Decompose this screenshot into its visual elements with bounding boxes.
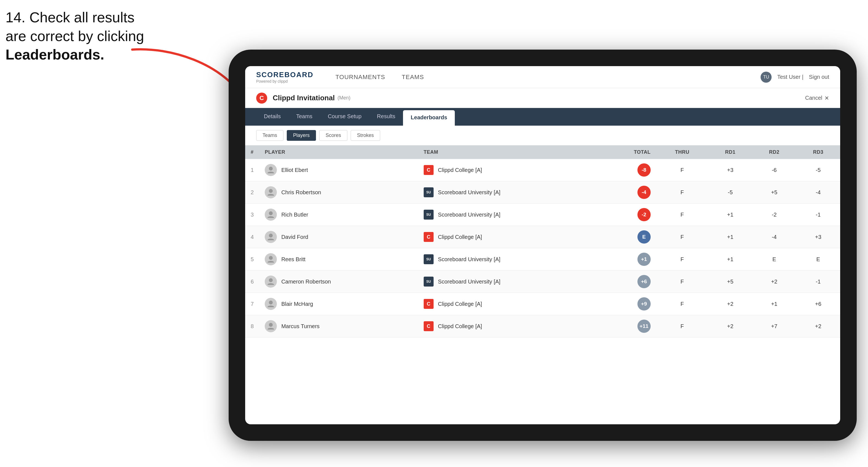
svg-point-7 bbox=[269, 301, 273, 305]
cell-rd2: E bbox=[752, 248, 796, 271]
col-team: TEAM bbox=[418, 146, 599, 159]
cell-rd1: +5 bbox=[708, 271, 752, 293]
cell-pos: 5 bbox=[245, 248, 259, 271]
cell-rd1: +1 bbox=[708, 204, 752, 226]
team-logo: C bbox=[424, 299, 434, 309]
cell-rd3: -1 bbox=[796, 204, 840, 226]
cell-rd1: +1 bbox=[708, 248, 752, 271]
team-name: Scoreboard University [A] bbox=[438, 189, 500, 196]
player-name: Blair McHarg bbox=[281, 301, 313, 307]
filter-teams-button[interactable]: Teams bbox=[256, 130, 283, 141]
sign-out-link[interactable]: Sign out bbox=[809, 74, 829, 80]
cell-team: SU Scoreboard University [A] bbox=[418, 181, 599, 204]
svg-point-1 bbox=[269, 167, 273, 170]
table-row: 7 Blair McHarg C Clippd College [A] +9F+… bbox=[245, 293, 840, 315]
cell-team: SU Scoreboard University [A] bbox=[418, 204, 599, 226]
team-logo: C bbox=[424, 321, 434, 331]
close-icon: ✕ bbox=[825, 95, 829, 101]
logo-area: SCOREBOARD Powered by clippd bbox=[256, 70, 313, 84]
col-thru: THRU bbox=[656, 146, 708, 159]
cell-total: +6 bbox=[599, 271, 656, 293]
nav-teams[interactable]: TEAMS bbox=[393, 66, 432, 88]
nav-links: TOURNAMENTS TEAMS bbox=[327, 66, 432, 88]
cell-thru: F bbox=[656, 293, 708, 315]
score-badge: -4 bbox=[638, 186, 651, 199]
player-name: Rees Britt bbox=[281, 256, 306, 262]
cell-pos: 6 bbox=[245, 271, 259, 293]
cell-rd3: +3 bbox=[796, 226, 840, 248]
top-nav: SCOREBOARD Powered by clippd TOURNAMENTS… bbox=[245, 66, 840, 88]
col-rd1: RD1 bbox=[708, 146, 752, 159]
cell-rd2: +5 bbox=[752, 181, 796, 204]
col-rd3: RD3 bbox=[796, 146, 840, 159]
instruction-text: 14. Check all results are correct by cli… bbox=[5, 8, 144, 64]
player-avatar bbox=[265, 276, 277, 288]
score-badge: +6 bbox=[638, 275, 651, 288]
tab-teams[interactable]: Teams bbox=[288, 108, 320, 126]
cell-team: C Clippd College [A] bbox=[418, 226, 599, 248]
cell-player: Rees Britt bbox=[259, 248, 418, 271]
player-name: Rich Butler bbox=[281, 212, 308, 218]
player-avatar bbox=[265, 320, 277, 332]
svg-point-8 bbox=[269, 323, 273, 327]
filter-strokes-button[interactable]: Strokes bbox=[351, 130, 380, 141]
cell-total: -4 bbox=[599, 181, 656, 204]
table-row: 1 Elliot Ebert C Clippd College [A] -8F+… bbox=[245, 159, 840, 181]
table-row: 4 David Ford C Clippd College [A] EF+1-4… bbox=[245, 226, 840, 248]
player-name: David Ford bbox=[281, 234, 308, 240]
tournament-logo: C bbox=[256, 93, 267, 103]
cell-player: Rich Butler bbox=[259, 204, 418, 226]
svg-point-2 bbox=[269, 189, 273, 193]
score-badge: +9 bbox=[638, 297, 651, 311]
player-avatar bbox=[265, 231, 277, 243]
tournament-name: Clippd Invitational bbox=[273, 94, 335, 102]
team-logo: C bbox=[424, 232, 434, 242]
team-name: Clippd College [A] bbox=[438, 167, 482, 173]
cell-thru: F bbox=[656, 159, 708, 181]
player-avatar bbox=[265, 209, 277, 221]
svg-point-3 bbox=[269, 211, 273, 215]
cell-team: SU Scoreboard University [A] bbox=[418, 271, 599, 293]
filter-players-button[interactable]: Players bbox=[287, 130, 316, 141]
table-row: 3 Rich Butler SU Scoreboard University [… bbox=[245, 204, 840, 226]
tab-leaderboards[interactable]: Leaderboards bbox=[403, 110, 455, 126]
team-logo: SU bbox=[424, 210, 434, 220]
filter-scores-button[interactable]: Scores bbox=[319, 130, 347, 141]
cell-rd1: +3 bbox=[708, 159, 752, 181]
cell-player: Cameron Robertson bbox=[259, 271, 418, 293]
cell-pos: 8 bbox=[245, 315, 259, 338]
cell-thru: F bbox=[656, 226, 708, 248]
player-name: Chris Robertson bbox=[281, 189, 321, 196]
cell-rd2: -2 bbox=[752, 204, 796, 226]
cell-total: +11 bbox=[599, 315, 656, 338]
cell-thru: F bbox=[656, 271, 708, 293]
cell-team: C Clippd College [A] bbox=[418, 293, 599, 315]
svg-point-5 bbox=[269, 256, 273, 260]
cell-rd1: +2 bbox=[708, 315, 752, 338]
table-row: 8 Marcus Turners C Clippd College [A] +1… bbox=[245, 315, 840, 338]
tournament-header: C Clippd Invitational (Men) Cancel ✕ bbox=[245, 88, 840, 108]
cell-rd2: +2 bbox=[752, 271, 796, 293]
cell-total: +9 bbox=[599, 293, 656, 315]
tab-course-setup[interactable]: Course Setup bbox=[320, 108, 369, 126]
team-name: Clippd College [A] bbox=[438, 323, 482, 330]
tab-details[interactable]: Details bbox=[256, 108, 288, 126]
player-avatar bbox=[265, 164, 277, 176]
cell-pos: 2 bbox=[245, 181, 259, 204]
player-avatar bbox=[265, 253, 277, 265]
cell-total: +1 bbox=[599, 248, 656, 271]
team-name: Clippd College [A] bbox=[438, 234, 482, 240]
cell-thru: F bbox=[656, 204, 708, 226]
tab-results[interactable]: Results bbox=[369, 108, 403, 126]
cell-rd2: +1 bbox=[752, 293, 796, 315]
cancel-button[interactable]: Cancel ✕ bbox=[805, 95, 829, 101]
cell-player: Elliot Ebert bbox=[259, 159, 418, 181]
team-name: Scoreboard University [A] bbox=[438, 256, 500, 262]
player-name: Cameron Robertson bbox=[281, 279, 331, 285]
svg-point-4 bbox=[269, 234, 273, 238]
cell-pos: 3 bbox=[245, 204, 259, 226]
col-total: TOTAL bbox=[599, 146, 656, 159]
sub-nav: Details Teams Course Setup Results Leade… bbox=[245, 108, 840, 126]
team-name: Clippd College [A] bbox=[438, 301, 482, 307]
nav-tournaments[interactable]: TOURNAMENTS bbox=[327, 66, 394, 88]
